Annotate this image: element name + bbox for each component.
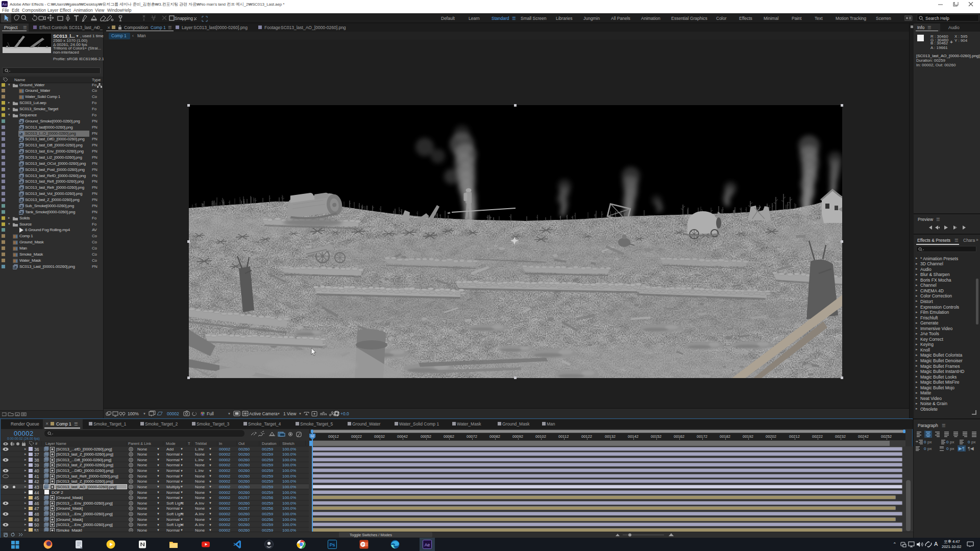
svg-text:Ps: Ps bbox=[330, 542, 335, 547]
svg-text:Ae: Ae bbox=[425, 542, 430, 547]
svg-text:P: P bbox=[362, 542, 364, 547]
svg-text:02: 02 bbox=[310, 434, 314, 438]
svg-text:Ae: Ae bbox=[2, 2, 7, 7]
